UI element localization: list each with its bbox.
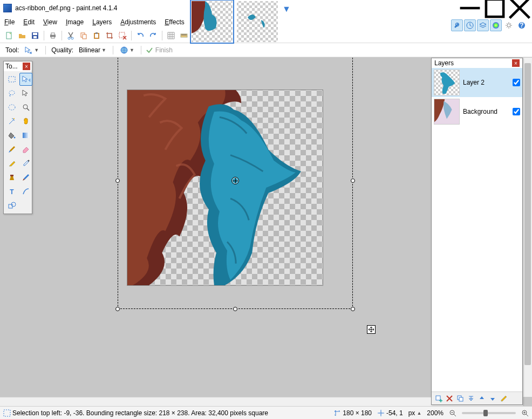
cut-icon[interactable] — [65, 30, 77, 42]
menu-file[interactable]: File — [0, 17, 19, 27]
move-layer-down-icon[interactable] — [488, 394, 497, 403]
redo-icon[interactable] — [147, 30, 159, 42]
svg-rect-39 — [459, 397, 463, 401]
merge-layer-icon[interactable] — [466, 394, 476, 403]
settings-icon[interactable] — [503, 19, 515, 31]
history-window-toggle[interactable] — [464, 19, 476, 31]
layer-properties-icon[interactable] — [499, 394, 508, 403]
magic-wand-tool[interactable] — [5, 115, 18, 128]
selection-center[interactable] — [232, 177, 238, 184]
layer-visible-checkbox[interactable] — [513, 108, 520, 115]
units-label[interactable]: px — [408, 409, 415, 417]
rectangle-select-tool[interactable] — [5, 73, 18, 86]
canvas-size: 180 × 180 — [343, 409, 372, 417]
menu-view[interactable]: View — [39, 17, 62, 27]
crop-icon[interactable] — [104, 30, 115, 42]
layer-row[interactable]: Background — [432, 97, 522, 126]
menu-adjustments[interactable]: Adjustments — [116, 17, 160, 27]
selection-handle-s[interactable] — [233, 307, 237, 311]
paste-icon[interactable] — [91, 30, 103, 42]
pan-tool[interactable] — [19, 115, 32, 128]
deselect-icon[interactable] — [117, 30, 128, 42]
layers-window-close[interactable]: × — [512, 59, 520, 67]
sampling-dropdown[interactable]: ▼ — [118, 45, 137, 55]
lasso-select-tool[interactable] — [5, 87, 18, 100]
zoom-out-icon[interactable] — [449, 409, 456, 417]
ellipse-select-tool[interactable] — [5, 101, 18, 114]
document-thumb-2[interactable] — [237, 1, 278, 42]
open-icon[interactable] — [16, 30, 28, 42]
svg-rect-40 — [4, 410, 10, 416]
add-layer-icon[interactable] — [434, 394, 444, 403]
finish-button[interactable]: Finish — [146, 46, 173, 54]
svg-text:T: T — [10, 188, 14, 196]
gradient-tool[interactable] — [19, 129, 32, 142]
menu-layers[interactable]: Layers — [88, 17, 116, 27]
move-selection-icon — [24, 46, 33, 54]
tools-window-toggle[interactable] — [451, 19, 463, 31]
paintbrush-tool[interactable] — [5, 143, 18, 156]
recolor-tool[interactable] — [19, 171, 32, 184]
quality-dropdown[interactable]: Bilinear ▼ — [77, 46, 108, 54]
cursor-pos-icon — [377, 409, 385, 417]
colors-window-toggle[interactable] — [490, 19, 502, 31]
svg-rect-37 — [436, 396, 440, 400]
layers-window[interactable]: Layers × Layer 2 Background — [431, 58, 523, 405]
layer-visible-checkbox[interactable] — [513, 79, 520, 86]
tools-window-close[interactable]: × — [23, 63, 30, 70]
selection-handle-e[interactable] — [351, 178, 355, 183]
tools-window[interactable]: To... × + T — [3, 61, 32, 214]
maximize-button[interactable] — [482, 0, 507, 16]
undo-icon[interactable] — [134, 30, 146, 42]
text-tool[interactable]: T — [5, 185, 18, 198]
shapes-tool[interactable] — [5, 199, 18, 212]
svg-point-31 — [28, 160, 30, 162]
svg-point-9 — [71, 37, 73, 39]
menu-effects[interactable]: Effects — [160, 17, 188, 27]
layers-window-toggle[interactable] — [477, 19, 489, 31]
document-thumb-1[interactable]: ★ — [192, 1, 233, 42]
svg-point-20 — [507, 24, 510, 27]
quality-value: Bilinear — [79, 46, 100, 54]
clone-stamp-tool[interactable] — [5, 171, 18, 184]
ruler-icon[interactable] — [178, 30, 190, 42]
paint-bucket-tool[interactable] — [5, 129, 18, 142]
move-selected-pixels-tool[interactable] — [19, 87, 32, 100]
help-icon[interactable]: ? — [516, 19, 528, 31]
print-icon[interactable] — [47, 30, 59, 42]
move-handle-icon[interactable] — [367, 325, 376, 334]
zoom-tool[interactable] — [19, 101, 32, 114]
tools-window-title: To... — [5, 63, 18, 70]
save-icon[interactable] — [29, 30, 41, 42]
duplicate-layer-icon[interactable] — [455, 394, 465, 403]
pencil-tool[interactable] — [5, 157, 18, 170]
copy-icon[interactable] — [78, 30, 90, 42]
close-button[interactable] — [507, 0, 532, 16]
selection-handle-sw[interactable] — [115, 307, 120, 311]
move-layer-up-icon[interactable] — [477, 394, 487, 403]
zoom-slider[interactable] — [462, 412, 516, 414]
selection-handle-se[interactable] — [351, 307, 355, 311]
delete-layer-icon[interactable] — [445, 394, 454, 403]
new-icon[interactable] — [3, 30, 15, 42]
quality-label: Quality: — [50, 46, 74, 54]
grid-icon[interactable] — [165, 30, 177, 42]
svg-point-28 — [13, 118, 15, 119]
svg-text:+: + — [28, 77, 30, 84]
zoom-value[interactable]: 200% — [427, 409, 444, 417]
tool-dropdown[interactable]: ▼ — [22, 45, 41, 55]
menu-edit[interactable]: Edit — [19, 17, 39, 27]
minimize-button[interactable] — [458, 0, 482, 16]
move-selection-tool[interactable]: + — [19, 73, 32, 86]
layer-row[interactable]: Layer 2 — [432, 68, 522, 97]
menu-image[interactable]: Image — [62, 17, 88, 27]
vertical-scrollbar[interactable] — [523, 58, 532, 397]
zoom-in-icon[interactable] — [521, 409, 529, 417]
line-tool[interactable] — [19, 185, 32, 198]
svg-rect-34 — [9, 204, 12, 208]
eraser-tool[interactable] — [19, 143, 32, 156]
color-picker-tool[interactable] — [19, 157, 32, 170]
selection-status: Selection top left: -9, -36. Bounding re… — [12, 409, 268, 417]
thumb-menu-icon[interactable]: ▼ — [282, 1, 291, 14]
selection-handle-w[interactable] — [115, 178, 120, 183]
